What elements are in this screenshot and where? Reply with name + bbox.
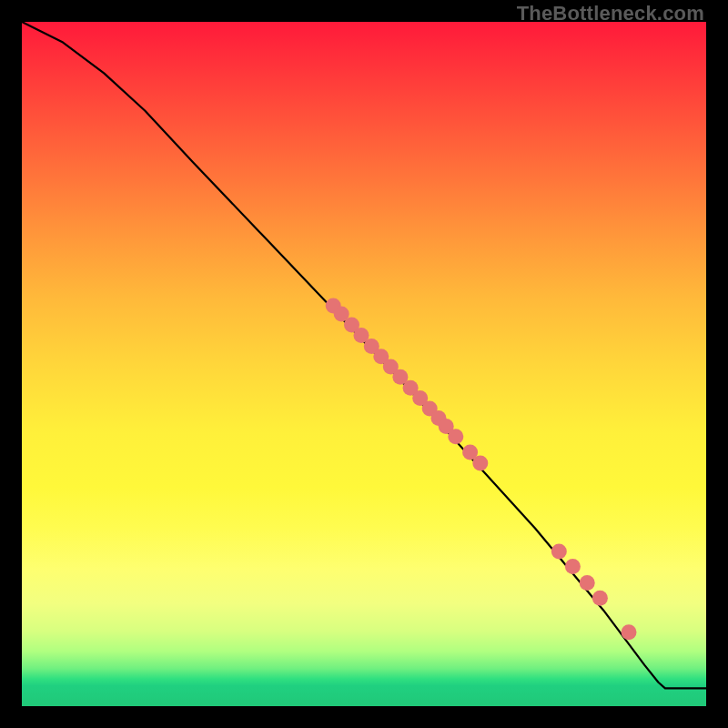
chart-svg xyxy=(22,22,706,706)
data-marker xyxy=(580,575,595,591)
data-marker xyxy=(592,591,608,606)
data-marker xyxy=(551,544,567,560)
data-marker xyxy=(448,429,463,444)
data-marker xyxy=(472,456,488,471)
curve-line xyxy=(22,22,706,688)
plot-area xyxy=(22,22,706,706)
watermark-text: TheBottleneck.com xyxy=(517,2,704,25)
data-marker xyxy=(622,624,637,640)
data-marker xyxy=(565,559,581,574)
data-markers xyxy=(326,298,637,641)
chart-frame: TheBottleneck.com xyxy=(0,0,728,728)
